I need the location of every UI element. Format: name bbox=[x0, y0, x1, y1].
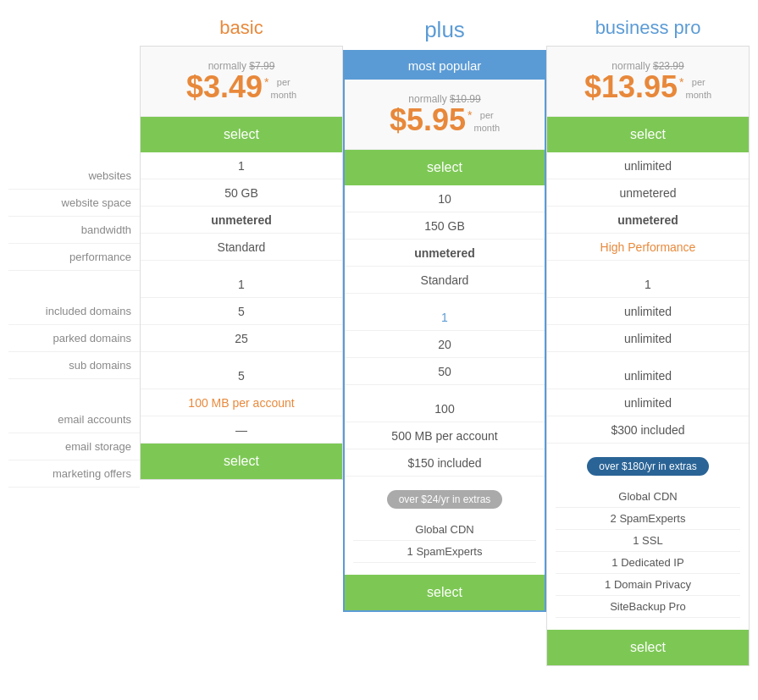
bp-extra-sitebackup: SiteBackup Pro bbox=[556, 596, 740, 618]
plus-price: $5.95 bbox=[390, 105, 466, 135]
bp-extra-ssl: 1 SSL bbox=[556, 530, 740, 552]
plus-select-bottom-button[interactable]: select bbox=[345, 575, 545, 610]
business-pro-per: permonth bbox=[685, 76, 711, 101]
basic-price-section: normally $7.99 $3.49 * permonth bbox=[141, 47, 342, 117]
business-pro-asterisk: * bbox=[679, 75, 683, 89]
business-pro-price-section: normally $23.99 $13.95 * permonth bbox=[547, 47, 749, 117]
bp-websites: unlimited bbox=[547, 152, 749, 179]
bp-email-storage: unlimited bbox=[547, 389, 749, 416]
basic-plan-card: normally $7.99 $3.49 * permonth select 1… bbox=[140, 46, 343, 480]
plus-extra-cdn: Global CDN bbox=[353, 519, 536, 541]
basic-email-accounts: 5 bbox=[141, 362, 342, 389]
basic-plan-wrapper: basic normally $7.99 $3.49 * permonth se… bbox=[140, 17, 343, 480]
label-website-space: website space bbox=[8, 190, 140, 217]
bp-extra-cdn: Global CDN bbox=[556, 486, 740, 508]
business-pro-plan-card: normally $23.99 $13.95 * permonth select… bbox=[546, 46, 750, 666]
plus-website-space: 150 GB bbox=[345, 212, 545, 240]
feature-labels: websites website space bandwidth perform… bbox=[8, 17, 140, 488]
bp-extra-spam: 2 SpamExperts bbox=[556, 508, 740, 530]
basic-features: 1 50 GB unmetered Standard 1 5 25 5 100 … bbox=[141, 152, 342, 444]
bp-extras-section: over $180/yr in extras Global CDN 2 Spam… bbox=[547, 444, 749, 621]
plus-sub-domains: 50 bbox=[345, 358, 545, 385]
label-parked-domains: parked domains bbox=[8, 325, 140, 352]
plus-extra-spam: 1 SpamExperts bbox=[353, 541, 536, 563]
basic-per: permonth bbox=[270, 76, 296, 101]
bp-performance: High Performance bbox=[547, 234, 749, 261]
basic-marketing-offers: — bbox=[141, 416, 342, 444]
basic-websites: 1 bbox=[141, 152, 342, 179]
basic-asterisk: * bbox=[264, 75, 268, 89]
plus-websites: 10 bbox=[345, 185, 545, 212]
business-pro-features: unlimited unmetered unmetered High Perfo… bbox=[547, 152, 749, 444]
basic-included-domains: 1 bbox=[141, 271, 342, 298]
label-sub-domains: sub domains bbox=[8, 352, 140, 379]
basic-email-storage: 100 MB per account bbox=[141, 389, 342, 416]
label-email-accounts: email accounts bbox=[8, 406, 140, 433]
basic-select-top-button[interactable]: select bbox=[141, 117, 342, 152]
business-pro-price: $13.95 bbox=[584, 72, 678, 102]
business-pro-select-bottom-button[interactable]: select bbox=[547, 630, 749, 665]
bp-extra-dedicated-ip: 1 Dedicated IP bbox=[556, 552, 740, 574]
plus-plan-card: most popular normally $10.99 $5.95 * per… bbox=[343, 50, 546, 612]
bp-website-space: unmetered bbox=[547, 179, 749, 207]
plus-email-storage: 500 MB per account bbox=[345, 422, 545, 449]
label-marketing-offers: marketing offers bbox=[8, 460, 140, 488]
plus-extras-section: over $24/yr in extras Global CDN 1 SpamE… bbox=[345, 477, 545, 566]
label-performance: performance bbox=[8, 244, 140, 271]
bp-extras-badge: over $180/yr in extras bbox=[587, 457, 708, 476]
plus-select-top-button[interactable]: select bbox=[345, 150, 545, 185]
plus-extras-badge: over $24/yr in extras bbox=[387, 490, 503, 509]
bp-parked-domains: unlimited bbox=[547, 298, 749, 325]
bp-email-accounts: unlimited bbox=[547, 362, 749, 389]
plus-popular-banner: most popular bbox=[345, 52, 545, 80]
plus-plan-title: plus bbox=[424, 17, 465, 43]
plus-price-section: normally $10.99 $5.95 * permonth bbox=[345, 80, 545, 150]
plus-asterisk: * bbox=[468, 108, 472, 122]
basic-select-bottom-button[interactable]: select bbox=[141, 444, 342, 479]
plus-performance: Standard bbox=[345, 267, 545, 294]
plus-per: permonth bbox=[473, 109, 500, 134]
business-pro-select-top-button[interactable]: select bbox=[547, 117, 749, 152]
bp-bandwidth: unmetered bbox=[547, 207, 749, 234]
label-websites: websites bbox=[8, 163, 140, 190]
label-included-domains: included domains bbox=[8, 298, 140, 325]
basic-performance: Standard bbox=[141, 234, 342, 261]
label-bandwidth: bandwidth bbox=[8, 217, 140, 244]
plus-marketing-offers: $150 included bbox=[345, 449, 545, 477]
basic-sub-domains: 25 bbox=[141, 325, 342, 352]
plus-parked-domains: 20 bbox=[345, 331, 545, 358]
basic-website-space: 50 GB bbox=[141, 179, 342, 207]
basic-plan-title: basic bbox=[219, 17, 263, 39]
business-pro-plan-wrapper: business pro normally $23.99 $13.95 * pe… bbox=[546, 17, 750, 666]
bp-sub-domains: unlimited bbox=[547, 325, 749, 352]
basic-bandwidth: unmetered bbox=[141, 207, 342, 234]
plus-plan-wrapper: plus most popular normally $10.99 $5.95 … bbox=[343, 17, 546, 612]
bp-extra-domain-privacy: 1 Domain Privacy bbox=[556, 574, 740, 596]
bp-included-domains: 1 bbox=[547, 271, 749, 298]
bp-marketing-offers: $300 included bbox=[547, 416, 749, 444]
plus-email-accounts: 100 bbox=[345, 395, 545, 422]
business-pro-plan-title: business pro bbox=[595, 17, 701, 39]
label-email-storage: email storage bbox=[8, 433, 140, 460]
plus-included-domains: 1 bbox=[345, 304, 545, 331]
plus-bandwidth: unmetered bbox=[345, 240, 545, 267]
basic-price: $3.49 bbox=[186, 72, 263, 102]
basic-parked-domains: 5 bbox=[141, 298, 342, 325]
plus-features: 10 150 GB unmetered Standard 1 20 50 100… bbox=[345, 185, 545, 477]
